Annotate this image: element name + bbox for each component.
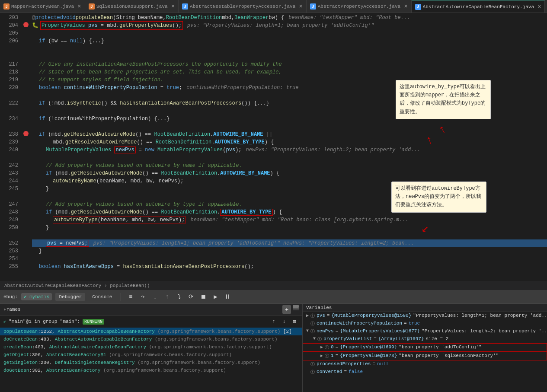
frame-item-5[interactable]: doGetBean:302, AbstractBeanFactory (org.… xyxy=(0,367,302,374)
variables-panel: Variables ▶ ⓕ pvs = {MutablePropertyValu… xyxy=(303,304,547,392)
breakpoint-204 xyxy=(23,22,29,27)
var-continue: ▶ ⓕ continueWithPropertyPopulation = tru… xyxy=(303,320,547,328)
code-line-244: autowireByName(beanName, mbd, bw, newPvs… xyxy=(32,177,547,185)
debug-btn-run[interactable]: ⤵ xyxy=(175,293,183,301)
tab-abstractbe[interactable]: J AbstractBe... × xyxy=(545,0,547,13)
tab-icon-blue3: J xyxy=(415,4,421,10)
breakpoint-238 xyxy=(23,131,29,136)
tab-close2[interactable]: × xyxy=(171,3,175,10)
code-line-219: // to support styles of field injection. xyxy=(32,76,547,84)
tab-debugger[interactable]: Debugger xyxy=(55,293,85,301)
code-line-238: if (mbd.getResolvedAutowireMode() == Roo… xyxy=(32,131,547,138)
code-line-blank3 xyxy=(32,92,547,99)
code-line-240: MutablePropertyValues newPvs = new Mutab… xyxy=(32,146,547,154)
code-line-217: // Give any InstantiationAwareBeanPostPr… xyxy=(32,61,547,68)
code-line-248: if (mbd.getResolvedAutowireMode() == Roo… xyxy=(32,208,547,216)
tab-close[interactable]: × xyxy=(77,3,81,10)
frames-panel: Frames + ✔ "main"@1 in group "main": RUN… xyxy=(0,304,303,392)
code-line-249: autowireByType(beanName, mbd, bw, newPvs… xyxy=(32,216,547,224)
code-line-blank6 xyxy=(32,154,547,162)
code-line-blank4 xyxy=(32,107,547,115)
tab-close3[interactable]: × xyxy=(299,3,302,10)
code-line-242: // Add property values based on autowire… xyxy=(32,162,547,169)
var-pvs: ▶ ⓕ pvs = {MutablePropertyValues@1580} "… xyxy=(303,312,547,320)
running-badge: RUNNING xyxy=(83,319,104,325)
tab-icon-blue2: J xyxy=(310,3,316,10)
code-line-blank7 xyxy=(32,193,547,201)
code-line-204: 🐛 PropertyValues pvs = mbd.getPropertyVa… xyxy=(32,22,547,29)
frame-filter-btn[interactable]: ⊞ xyxy=(290,317,299,326)
frame-item-0[interactable]: populateBean:1252, AbstractAutowireCapab… xyxy=(0,328,302,335)
tab-label3: AbstractNestablePropertyAccessor.java xyxy=(190,4,295,9)
breadcrumb-bar: AbstractAutowireCapableBeanFactory › pop… xyxy=(0,281,547,290)
tab-icon-blue1: J xyxy=(182,3,188,10)
var-processedprops: ▶ ⓕ processedProperties = null xyxy=(303,360,547,368)
code-line-220: boolean continueWithPropertyPopulation =… xyxy=(32,84,547,92)
code-line-245: } xyxy=(32,185,547,193)
code-line-243: if (mbd.getResolvedAutowireMode() == Roo… xyxy=(32,169,547,177)
frame-item-1[interactable]: doCreateBean:483, AbstractAutowireCapabl… xyxy=(0,335,302,343)
debug-label: ebug: xyxy=(3,294,18,300)
code-line-239: mbd.getResolvedAutowireMode() == RootBea… xyxy=(32,138,547,146)
debug-btn-stop[interactable]: ⏹ xyxy=(199,293,208,301)
tab-mapperfactorybean[interactable]: J MapperFactoryBean.java × xyxy=(0,0,85,13)
var-pv1: ▶ ⓕ 1 = {PropertyValue@1873} "bean prope… xyxy=(303,352,547,360)
var-converted: ▶ ⓕ converted = false xyxy=(303,368,547,376)
debug-toolbar: ebug: ✔ mybatis Debugger Console ≡ ↷ ↓ ↑… xyxy=(0,290,547,303)
tab-close5[interactable]: × xyxy=(537,3,541,10)
tab-abstractautowire[interactable]: J AbstractAutowireCapableBeanFactory.jav… xyxy=(412,0,545,13)
breadcrumb-text: AbstractAutowireCapableBeanFactory › pop… xyxy=(4,283,150,288)
code-line-247: // Add property values based on autowire… xyxy=(32,201,547,208)
debug-btn-stepout[interactable]: ↑ xyxy=(163,293,171,301)
debug-btn-pause[interactable]: ⏸ xyxy=(223,293,232,301)
frame-item-4[interactable]: getSingleton:230, DefaultSingletonBeanRe… xyxy=(0,359,302,367)
tab-label4: AbstractPropertyAccessor.java xyxy=(318,4,400,9)
tab-label5: AbstractAutowireCapableBeanFactory.java xyxy=(423,4,534,10)
code-line-205 xyxy=(32,29,547,37)
line-numbers: 203 204 205 206 217 218 219 220 222 234 … xyxy=(0,13,22,281)
tab-sqlsessiondaosupport[interactable]: J SqlSessionDaoSupport.java × xyxy=(85,0,179,13)
code-line-222: if (!mbd.isSynthetic() && hasInstantiati… xyxy=(32,99,547,107)
frame-item-3[interactable]: getObject:306, AbstractBeanFactory$1 (or… xyxy=(0,351,302,359)
mybatis-badge[interactable]: ✔ mybatis xyxy=(21,293,52,300)
var-newpvs: ▼ ⓕ newPvs = {MutablePropertyValues@1677… xyxy=(303,328,547,335)
tab-label: MapperFactoryBean.java xyxy=(11,4,74,9)
frames-add-btn[interactable]: + xyxy=(282,305,291,314)
code-line-blank1 xyxy=(32,45,547,53)
debug-panels: Frames + ✔ "main"@1 in group "main": RUN… xyxy=(0,303,547,392)
debug-btn-resume[interactable]: ▶ xyxy=(211,293,220,301)
gutter xyxy=(22,13,30,281)
code-line-206: if (bw == null) {...} xyxy=(32,37,547,45)
code-line-218: // state of the bean before properties a… xyxy=(32,68,547,76)
tab-close4[interactable]: × xyxy=(404,3,407,10)
tab-abstractproperty[interactable]: J AbstractPropertyAccessor.java × xyxy=(307,0,412,13)
code-content[interactable]: @ protected void populateBean(String bea… xyxy=(30,13,547,281)
code-line-252: pvs = newPvs; pvs: "PropertyValues: leng… xyxy=(32,239,547,247)
debug-btn-rerun[interactable]: ⟳ xyxy=(187,293,195,301)
debug-btn-stepinto[interactable]: ↓ xyxy=(150,293,159,301)
tab-console[interactable]: Console xyxy=(89,293,115,301)
code-line-blank8 xyxy=(32,232,547,239)
thread-row: ✔ "main"@1 in group "main": RUNNING ↑ ↓ … xyxy=(0,316,302,328)
frame-up-btn[interactable]: ↑ xyxy=(269,317,278,326)
tab-bar: J MapperFactoryBean.java × J SqlSessionD… xyxy=(0,0,547,13)
variables-title: Variables xyxy=(306,305,332,310)
code-line-blank5 xyxy=(32,123,547,131)
code-line-253: } xyxy=(32,247,547,255)
code-area: 203 204 205 206 217 218 219 220 222 234 … xyxy=(0,13,547,281)
var-propertyvaluelist: ▼ ⓕ propertyValueList = {ArrayList@1697}… xyxy=(303,335,547,343)
code-line-234: if (!continueWithPropertyPopulation) {..… xyxy=(32,115,547,123)
code-line-255: boolean hasInstAwareBpps = hasInstantiat… xyxy=(32,263,547,271)
code-line-blank9 xyxy=(32,255,547,263)
frames-panel-header: Frames + xyxy=(0,304,302,316)
tab-label2: SqlSessionDaoSupport.java xyxy=(96,4,168,9)
frame-item-2[interactable]: createBean:483, AbstractAutowireCapableB… xyxy=(0,343,302,351)
code-line-203: @ protected void populateBean(String bea… xyxy=(32,14,547,22)
debug-btn-stepover[interactable]: ↷ xyxy=(138,293,147,301)
frame-down-btn[interactable]: ↓ xyxy=(280,317,288,326)
debug-btn-menu[interactable]: ≡ xyxy=(126,293,135,301)
variables-panel-header: Variables xyxy=(303,304,547,312)
tab-abstractnestable[interactable]: J AbstractNestablePropertyAccessor.java … xyxy=(179,0,307,13)
code-line-250: } xyxy=(32,224,547,232)
tab-icon-orange2: J xyxy=(89,3,95,10)
